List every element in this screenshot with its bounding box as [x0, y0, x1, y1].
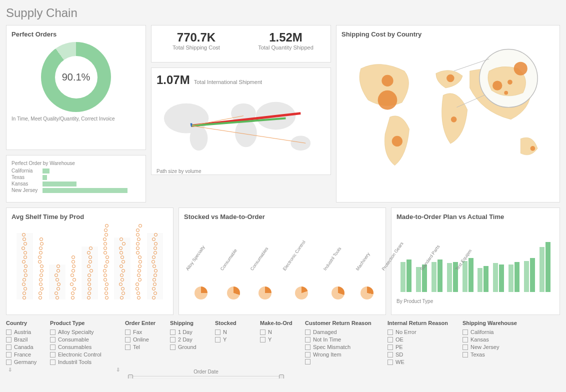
filter-item[interactable]: Tel [125, 344, 165, 350]
filter-item[interactable]: Wrong Item [305, 352, 382, 358]
checkbox-icon[interactable] [50, 337, 56, 342]
warehouse-row[interactable]: Kansas [12, 181, 140, 186]
checkbox-icon[interactable] [260, 337, 266, 342]
scroll-down-icon[interactable]: ⇩ [8, 367, 12, 372]
checkbox-icon[interactable] [215, 330, 220, 335]
filter-item[interactable]: Consumables [50, 344, 114, 350]
svg-point-18 [508, 80, 512, 84]
filter-item[interactable]: Consumable [50, 336, 114, 342]
filter-item[interactable]: Kansas [462, 336, 528, 342]
checkbox-icon[interactable] [305, 337, 310, 342]
order-date-slider[interactable]: Order Date 2016 Sep2017 Sep [128, 369, 284, 378]
filter-item[interactable]: WE [388, 359, 458, 365]
checkbox-icon[interactable] [462, 337, 468, 342]
filter-item[interactable]: Ground [170, 344, 210, 350]
bar-pair[interactable] [432, 260, 442, 292]
perfect-by-warehouse-card: Perfect Order by Warehouse California Te… [6, 155, 146, 202]
checkbox-icon[interactable] [50, 360, 56, 365]
filter-item[interactable]: Damaged [305, 329, 382, 335]
warehouse-row[interactable]: California [12, 168, 140, 174]
checkbox-icon[interactable] [305, 352, 310, 358]
checkbox-icon[interactable] [462, 330, 468, 335]
world-map[interactable] [342, 42, 554, 192]
filter-item[interactable]: Alloy Specialty [50, 329, 114, 335]
filter-item[interactable]: Industril Tools [50, 359, 114, 365]
checkbox-icon[interactable] [6, 337, 12, 342]
pie-col[interactable]: Consumables [248, 266, 281, 300]
perfect-orders-donut[interactable]: 90.1% [41, 42, 111, 112]
filter-item[interactable]: Y [215, 336, 255, 342]
checkbox-icon[interactable] [462, 344, 468, 350]
filter-item[interactable]: N [260, 329, 300, 335]
bar-pair[interactable] [400, 260, 412, 292]
filter-item[interactable]: Fax [125, 329, 165, 335]
checkbox-icon[interactable] [388, 344, 393, 350]
filter-item[interactable]: N [215, 329, 255, 335]
pie-col[interactable]: Electronic Control [281, 266, 322, 300]
filter-item[interactable]: Germany [6, 359, 45, 365]
stocked-mto-pies[interactable]: Alloy Specialty Consumable Consumables E… [184, 224, 380, 300]
checkbox-icon[interactable] [170, 337, 176, 342]
checkbox-icon[interactable] [215, 337, 220, 342]
filter-item[interactable]: Y [260, 336, 300, 342]
filter-item[interactable]: PE [388, 344, 458, 350]
bar-pair[interactable] [524, 258, 535, 292]
filter-item[interactable]: Brazil [6, 336, 45, 342]
pie-col[interactable]: Machinery [354, 266, 380, 300]
checkbox-icon[interactable] [6, 352, 12, 358]
bar-pair[interactable] [508, 262, 520, 292]
bar-pair[interactable] [478, 266, 488, 292]
filter-item[interactable]: 1 Day [170, 329, 210, 335]
bar-pair[interactable] [493, 263, 504, 292]
filter-title-country: Country [6, 320, 45, 326]
filter-item[interactable] [305, 359, 382, 364]
pie-col[interactable]: Alloy Specialty [184, 266, 218, 300]
checkbox-icon[interactable] [50, 352, 56, 358]
filter-item[interactable]: Texas [462, 352, 528, 358]
checkbox-icon[interactable] [6, 330, 12, 335]
filter-item[interactable]: SD [388, 352, 458, 358]
filter-item[interactable]: Austria [6, 329, 45, 335]
checkbox-icon[interactable] [305, 359, 310, 364]
slider-handle-start[interactable] [128, 374, 133, 378]
bar-pair[interactable] [540, 242, 550, 292]
checkbox-icon[interactable] [462, 352, 468, 358]
checkbox-icon[interactable] [260, 330, 266, 335]
pie-col[interactable]: Consumable [218, 266, 249, 300]
checkbox-icon[interactable] [170, 344, 176, 350]
plan-actual-bars[interactable] [396, 224, 554, 294]
filter-title-customer_return: Customer Return Reason [305, 320, 382, 326]
warehouse-row[interactable]: Texas [12, 174, 140, 180]
filter-item[interactable]: Electronic Control [50, 352, 114, 358]
checkbox-icon[interactable] [388, 352, 393, 358]
filter-item[interactable]: No Error [388, 329, 458, 335]
intl-flow-map[interactable] [156, 87, 326, 164]
shelf-time-scatter[interactable] [12, 224, 168, 302]
filter-item[interactable]: California [462, 329, 528, 335]
scroll-down-icon[interactable]: ⇩ [116, 367, 120, 372]
checkbox-icon[interactable] [125, 344, 130, 350]
checkbox-icon[interactable] [6, 344, 12, 350]
checkbox-icon[interactable] [125, 337, 130, 342]
filter-item[interactable]: Not In Time [305, 336, 382, 342]
filter-item[interactable]: France [6, 352, 45, 358]
checkbox-icon[interactable] [6, 360, 12, 365]
checkbox-icon[interactable] [388, 360, 393, 365]
filter-item[interactable]: New Jersey [462, 344, 528, 350]
pie-col[interactable]: Industril Tools [322, 266, 354, 300]
filter-item[interactable]: OE [388, 336, 458, 342]
checkbox-icon[interactable] [50, 344, 56, 350]
checkbox-icon[interactable] [170, 330, 176, 335]
checkbox-icon[interactable] [305, 344, 310, 350]
filter-item[interactable]: Canada [6, 344, 45, 350]
checkbox-icon[interactable] [50, 330, 56, 335]
slider-handle-end[interactable] [279, 374, 284, 378]
filter-item[interactable]: Spec Mismatch [305, 344, 382, 350]
checkbox-icon[interactable] [305, 330, 310, 335]
warehouse-row[interactable]: New Jersey [12, 188, 140, 193]
checkbox-icon[interactable] [388, 330, 393, 335]
checkbox-icon[interactable] [125, 330, 130, 335]
checkbox-icon[interactable] [388, 337, 393, 342]
filter-item[interactable]: Online [125, 336, 165, 342]
filter-item[interactable]: 2 Day [170, 336, 210, 342]
